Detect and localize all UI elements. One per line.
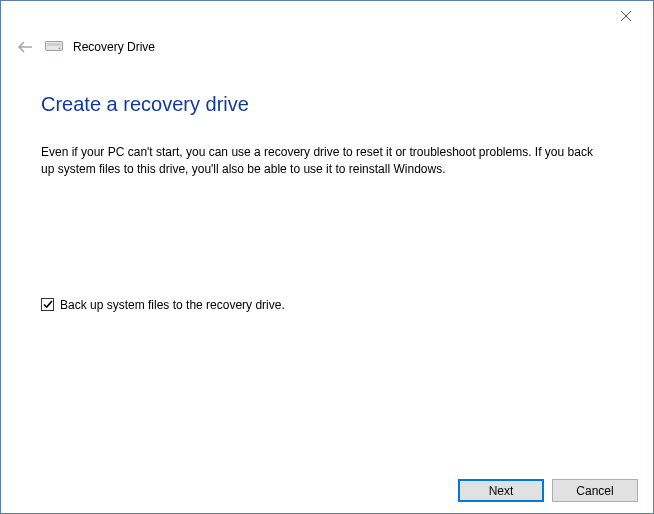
breadcrumb: Recovery Drive: [1, 31, 653, 57]
drive-icon: [45, 41, 63, 53]
backup-checkbox-row[interactable]: Back up system files to the recovery dri…: [41, 298, 613, 312]
checkmark-icon: [43, 300, 53, 309]
svg-rect-4: [47, 43, 61, 46]
close-icon: [621, 11, 631, 21]
cancel-button[interactable]: Cancel: [552, 479, 638, 502]
titlebar: [1, 1, 653, 31]
breadcrumb-label: Recovery Drive: [73, 40, 155, 54]
close-button[interactable]: [613, 3, 639, 29]
page-title: Create a recovery drive: [41, 93, 613, 116]
arrow-left-icon: [17, 41, 33, 53]
content-area: Create a recovery drive Even if your PC …: [1, 57, 653, 312]
description-text: Even if your PC can't start, you can use…: [41, 144, 601, 178]
footer-buttons: Next Cancel: [458, 479, 638, 502]
backup-checkbox-label: Back up system files to the recovery dri…: [60, 298, 285, 312]
svg-point-5: [59, 47, 61, 49]
backup-checkbox[interactable]: [41, 298, 54, 311]
back-button[interactable]: [15, 37, 35, 57]
next-button[interactable]: Next: [458, 479, 544, 502]
